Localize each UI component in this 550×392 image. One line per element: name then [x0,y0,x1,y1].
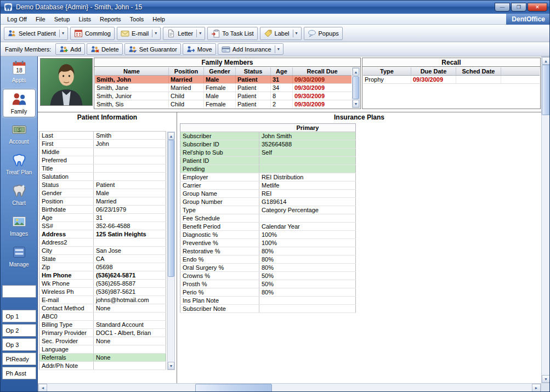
sidebar-module-treat-plan[interactable]: Treat' Plan [3,150,36,179]
patient-row-address2[interactable]: Address2 [39,238,166,247]
menu-item-log-off[interactable]: Log Off [3,14,31,24]
patient-row-state[interactable]: StateCA [39,255,166,263]
patient-row-addr-ph-note[interactable]: Addr/Ph Note [39,362,166,370]
grid-row[interactable]: Smith, JuniorChildMalePatient809/30/2009 [95,92,351,100]
sidebar-module-family[interactable]: Family [3,89,36,117]
scrollbar-thumb[interactable] [353,76,359,99]
patient-row-wireless-ph[interactable]: Wireless Ph(536)987-5621 [39,288,166,296]
scrollbar-track[interactable] [353,76,359,100]
insurance-row-patient-id[interactable]: Patient ID [180,157,356,165]
scroll-right-arrow-icon[interactable]: ► [532,384,541,392]
scroll-down-arrow-icon[interactable]: ▼ [353,100,359,107]
scrollbar-track[interactable] [47,384,532,392]
family-grid-scrollbar[interactable]: ▲ ▼ [352,67,360,108]
patient-row-status[interactable]: StatusPatient [39,181,166,189]
insurance-row-carrier[interactable]: CarrierMetlife [180,181,356,190]
menu-item-tools[interactable]: Tools [126,14,149,24]
toolbar-button-set-guarantor[interactable]: Set Guarantor [124,43,181,55]
patient-row-city[interactable]: CitySan Jose [39,247,166,255]
patient-row-e-mail[interactable]: E-mailjohns@hotmail.com [39,296,166,304]
dropdown-arrow-icon[interactable]: ▾ [196,30,201,37]
patient-row-contact-method[interactable]: Contact MethodNone [39,304,166,313]
dropdown-arrow-icon[interactable]: ▾ [152,30,157,37]
patient-row-title[interactable]: Title [39,164,166,173]
menu-item-file[interactable]: File [31,14,50,24]
scroll-up-arrow-icon[interactable]: ▲ [542,57,550,65]
sidebar-module-appts[interactable]: 18Appts [3,58,36,87]
menu-item-help[interactable]: Help [148,14,169,24]
insurance-row-subscriber-note[interactable]: Subscriber Note [180,305,356,313]
insurance-row-perio[interactable]: Perio %80% [180,288,356,297]
scrollbar-track[interactable] [542,65,550,375]
menu-item-lists[interactable]: Lists [74,14,95,24]
patient-row-last[interactable]: LastSmith [39,132,166,140]
operatory-cell-ph-asst[interactable]: Ph Asst [2,367,36,379]
patient-row-hm-phone[interactable]: Hm Phone(536)624-5871 [39,271,166,280]
patient-row-zip[interactable]: Zip05698 [39,263,166,271]
main-horizontal-scrollbar[interactable]: ◄ ► [38,383,541,392]
insurance-row-ins-plan-note[interactable]: Ins Plan Note [180,297,356,305]
patient-row-age[interactable]: Age31 [39,214,166,222]
patient-row-sec-provider[interactable]: Sec. ProviderNone [39,337,166,345]
patient-row-salutation[interactable]: Salutation [39,173,166,181]
insurance-row-restorative[interactable]: Restorative %80% [180,247,356,255]
sidebar-module-account[interactable]: $Account [3,120,36,148]
insurance-row-oral-surgery[interactable]: Oral Surgery %80% [180,264,356,272]
toolbar-button-commlog[interactable]: Commlog [70,27,115,40]
sidebar-module-chart[interactable]: Chart [3,181,36,209]
toolbar-button-label[interactable]: Label▾ [260,27,302,40]
insurance-row-subscriber-id[interactable]: Subscriber ID352664588 [180,140,356,149]
menu-item-setup[interactable]: Setup [50,14,75,24]
scrollbar-thumb[interactable] [195,384,272,392]
patient-row-position[interactable]: PositionMarried [39,197,166,206]
operatory-cell-ptready[interactable]: PtReady [2,353,36,365]
insurance-row-benefit-period[interactable]: Benefit PeriodCalendar Year [180,223,356,231]
toolbar-button-letter[interactable]: Letter▾ [163,27,205,40]
scroll-up-arrow-icon[interactable]: ▲ [353,68,359,76]
minimize-button[interactable]: — [495,3,510,12]
toolbar-button-delete[interactable]: Delete [87,43,123,55]
toolbar-button-popups[interactable]: Popups [304,27,343,40]
patient-row-referrals[interactable]: ReferralsNone [39,354,166,362]
insurance-row-fee-schedule[interactable]: Fee Schedule [180,214,356,223]
patient-row-primary-provider[interactable]: Primary ProviderDOC1 - Albert, Brian [39,329,166,337]
maximize-button[interactable]: ❐ [511,3,526,12]
patient-row-middle[interactable]: Middle [39,148,166,156]
toolbar-button-add-insurance[interactable]: Add Insurance▾ [218,43,283,55]
toolbar-button-add[interactable]: Add [55,43,85,55]
patient-row-preferred[interactable]: Preferred [39,156,166,164]
scroll-up-arrow-icon[interactable]: ▲ [168,132,174,140]
patient-row-gender[interactable]: GenderMale [39,189,166,197]
insurance-row-preventive[interactable]: Preventive %100% [180,239,356,247]
scrollbar-thumb[interactable] [168,140,174,277]
scrollbar-track[interactable] [168,140,174,362]
grid-row[interactable]: Smith, JohnMarriedMalePatient3109/30/200… [95,76,351,84]
scroll-down-arrow-icon[interactable]: ▼ [168,362,174,370]
dropdown-arrow-icon[interactable]: ▾ [59,30,64,37]
insurance-row-subscriber[interactable]: SubscriberJohn Smith [180,132,356,140]
insurance-row-endo[interactable]: Endo %80% [180,255,356,264]
scrollbar-thumb[interactable] [542,65,550,115]
operatory-cell-op-3[interactable]: Op 3 [2,338,36,351]
operatory-cell-op-2[interactable]: Op 2 [2,324,36,337]
dropdown-arrow-icon[interactable]: ▾ [275,46,280,53]
scroll-left-arrow-icon[interactable]: ◄ [38,384,47,392]
insurance-row-employer[interactable]: EmployerREI Distribution [180,173,356,181]
toolbar-button-move[interactable]: Move [183,43,216,55]
grid-row[interactable]: Smith, SisChildFemalePatient209/30/2009 [95,100,351,108]
insurance-row-type[interactable]: TypeCategory Percentage [180,206,356,214]
patient-row-ss[interactable]: SS#352-66-4588 [39,222,166,230]
dropdown-arrow-icon[interactable]: ▾ [293,30,298,37]
sidebar-module-manage[interactable]: Manage [3,242,36,271]
insurance-row-group-name[interactable]: Group NameREI [180,190,356,198]
patient-row-wk-phone[interactable]: Wk Phone(536)265-8587 [39,280,166,288]
patient-photo[interactable] [40,58,93,106]
patient-info-scrollbar[interactable]: ▲ ▼ [167,132,175,370]
patient-row-birthdate[interactable]: Birthdate06/23/1979 [39,206,166,214]
operatory-cell-op-1[interactable]: Op 1 [2,310,36,322]
insurance-row-prosth[interactable]: Prosth %50% [180,280,356,288]
toolbar-button-to-task-list[interactable]: To Task List [207,27,257,40]
operatory-cell-empty[interactable] [2,285,36,298]
patient-row-abc0[interactable]: ABC0 [39,313,166,321]
patient-row-billing-type[interactable]: Billing TypeStandard Account [39,321,166,329]
